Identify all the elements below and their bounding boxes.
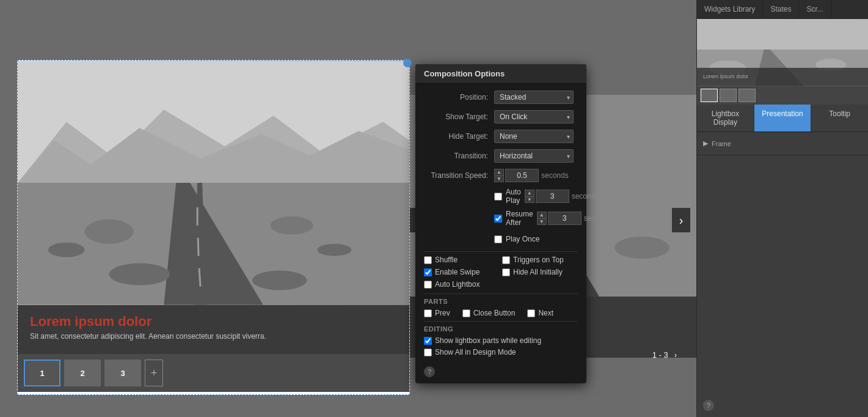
parts-label: Parts <box>424 298 578 305</box>
sidebar-panel-buttons: Lightbox Display Presentation Tooltip <box>697 105 868 132</box>
transition-speed-down[interactable]: ▼ <box>494 175 504 182</box>
lightbox-display-button[interactable]: Lightbox Display <box>697 105 754 131</box>
transition-select-wrapper: Horizontal Vertical Fade None ▾ <box>494 149 574 163</box>
thumbnail-1[interactable]: 1 <box>24 360 60 386</box>
svg-text:Lorem ipsum dolor: Lorem ipsum dolor <box>703 73 748 79</box>
sidebar-help-icon[interactable]: ? <box>703 400 714 411</box>
auto-play-row: Auto Play ▲ ▼ seconds <box>424 188 578 205</box>
editing-section: Editing Show lightbox parts while editin… <box>424 325 578 356</box>
auto-lightbox-label: Auto Lightbox <box>435 280 480 289</box>
svg-point-9 <box>85 220 134 244</box>
hide-target-row: Hide Target: None On Click On Hover ▾ <box>424 129 578 144</box>
enable-swipe-checkbox[interactable] <box>424 268 432 276</box>
hide-target-label: Hide Target: <box>424 132 494 141</box>
tooltip-button[interactable]: Tooltip <box>811 105 868 131</box>
presentation-label: Presentation <box>762 109 803 118</box>
options-grid: Shuffle Triggers on Top Enable Swipe Hid… <box>424 256 578 289</box>
play-once-label: Play Once <box>506 235 539 243</box>
resume-after-checkbox[interactable] <box>494 215 502 223</box>
nav-next-button[interactable]: › <box>672 208 690 232</box>
auto-play-down[interactable]: ▼ <box>525 196 534 203</box>
sidebar-tab-states[interactable]: States <box>763 0 799 18</box>
sidebar-section: ▶ Frame <box>697 132 868 155</box>
widgets-library-tab-label: Widgets Library <box>704 5 755 13</box>
add-thumbnail-button[interactable]: + <box>145 360 163 386</box>
close-button-label: Close Button <box>473 309 516 317</box>
prev-group: Prev <box>424 309 450 317</box>
position-row: Position: Stacked Float Behind ▾ <box>424 90 578 105</box>
svg-line-8 <box>199 268 200 287</box>
transition-speed-unit: seconds <box>541 171 569 180</box>
page-indicator-text: 1 - 3 <box>652 350 668 360</box>
transition-row: Transition: Horizontal Vertical Fade Non… <box>424 149 578 163</box>
position-select[interactable]: Stacked Float Behind <box>494 90 574 104</box>
show-lightbox-group: Show lightbox parts while editing <box>424 336 578 345</box>
show-target-select[interactable]: On Click On Hover None <box>494 110 574 124</box>
prev-checkbox[interactable] <box>424 309 432 317</box>
canvas-area: Lorem ipsum dolor Sit amet, consectetur … <box>0 0 696 417</box>
play-once-group: Play Once <box>494 235 539 243</box>
transition-speed-label: Transition Speed: <box>424 171 494 180</box>
show-all-design-label: Show All in Design Mode <box>435 348 516 356</box>
hide-target-select-wrapper: None On Click On Hover ▾ <box>494 130 574 143</box>
tooltip-label: Tooltip <box>829 109 850 118</box>
show-lightbox-checkbox[interactable] <box>424 337 432 345</box>
resume-after-up[interactable]: ▲ <box>537 212 547 218</box>
play-once-checkbox[interactable] <box>494 235 502 243</box>
sidebar-section-label: Frame <box>712 140 731 147</box>
help-icon[interactable]: ? <box>424 366 435 377</box>
presentation-button[interactable]: Presentation <box>754 105 812 131</box>
close-button-group: Close Button <box>462 309 516 317</box>
sidebar-tab-scr[interactable]: Scr... <box>799 0 831 18</box>
transition-speed-row: Transition Speed: ▲ ▼ seconds <box>424 168 578 183</box>
close-button-checkbox[interactable] <box>462 309 470 317</box>
thumbnail-2[interactable]: 2 <box>64 360 101 386</box>
resume-after-input[interactable] <box>548 212 582 225</box>
preview-image: Lorem ipsum dolor <box>697 19 868 86</box>
hide-all-initially-checkbox[interactable] <box>502 268 510 276</box>
page-indicator-next[interactable]: › <box>674 350 677 360</box>
auto-play-input[interactable] <box>536 190 569 203</box>
sidebar-expand-icon: ▶ <box>703 139 708 147</box>
auto-lightbox-checkbox[interactable] <box>424 281 432 289</box>
sidebar-tab-widgets[interactable]: Widgets Library <box>697 0 763 18</box>
preview-thumb-3[interactable] <box>739 89 756 102</box>
transition-select[interactable]: Horizontal Vertical Fade None <box>494 149 574 163</box>
auto-play-label: Auto Play <box>506 188 521 205</box>
scr-tab-label: Scr... <box>806 5 823 13</box>
show-target-row: Show Target: On Click On Hover None ▾ <box>424 109 578 124</box>
show-all-design-group: Show All in Design Mode <box>424 348 578 356</box>
divider-3 <box>424 321 578 322</box>
comp-footer: ? <box>415 363 586 383</box>
shuffle-checkbox[interactable] <box>424 256 432 264</box>
preview-thumbnails <box>697 86 868 105</box>
svg-line-7 <box>198 238 199 256</box>
auto-play-up[interactable]: ▲ <box>525 190 534 196</box>
resume-after-down[interactable]: ▼ <box>537 218 547 225</box>
triggers-on-top-group: Triggers on Top <box>502 256 578 264</box>
slideshow-thumbnails: 1 2 3 + <box>18 354 409 392</box>
thumbnail-3[interactable]: 3 <box>104 360 141 386</box>
prev-label: Prev <box>435 309 450 317</box>
composition-options-panel: Composition Options Position: Stacked Fl… <box>415 64 586 383</box>
hide-target-select[interactable]: None On Click On Hover <box>494 130 574 143</box>
position-label: Position: <box>424 93 494 101</box>
next-checkbox[interactable] <box>527 309 535 317</box>
hide-all-initially-group: Hide All Initially <box>502 268 578 276</box>
show-all-design-checkbox[interactable] <box>424 349 432 356</box>
resume-after-row: Resume After ▲ ▼ seconds <box>424 210 578 227</box>
widget-handle-dot[interactable] <box>403 59 412 67</box>
transition-speed-input[interactable] <box>505 169 539 182</box>
auto-play-spinners: ▲ ▼ <box>525 190 534 203</box>
preview-thumb-2[interactable] <box>720 89 737 102</box>
transition-speed-up[interactable]: ▲ <box>494 169 504 175</box>
auto-play-checkbox[interactable] <box>494 193 502 201</box>
svg-point-11 <box>48 243 85 257</box>
parts-grid: Prev Close Button Next <box>424 309 578 317</box>
triggers-on-top-checkbox[interactable] <box>502 256 510 264</box>
right-sidebar: Widgets Library States Scr... Lorem ipsu… <box>696 0 868 417</box>
preview-thumb-1[interactable] <box>701 89 718 102</box>
auto-play-unit: seconds <box>572 192 599 201</box>
parts-section: Parts Prev Close Button Next <box>424 298 578 317</box>
editing-label: Editing <box>424 325 578 333</box>
